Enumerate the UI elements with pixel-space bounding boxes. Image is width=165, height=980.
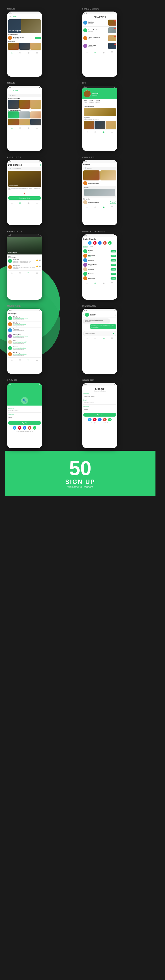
login-signup-btn[interactable]: Sign Up [8, 421, 41, 425]
circles-search[interactable]: 🔍 Search... [83, 167, 116, 170]
profile-icon-pics[interactable]: ◉ [28, 202, 30, 204]
chat-more-icon[interactable]: ⋮ [114, 314, 116, 316]
send-icon[interactable]: ➤ [113, 332, 114, 335]
msg-icon-msg[interactable]: ✉ [28, 359, 30, 361]
settings-icon-f[interactable]: ☰ [111, 51, 113, 54]
nrar-tab-hot[interactable]: Hot [9, 16, 11, 18]
chat-back-btn[interactable]: ‹ [83, 314, 84, 316]
following-avatar-3 [83, 36, 87, 40]
pictures-add-icon[interactable]: ⊕ [40, 164, 41, 166]
msg-icon-brief[interactable]: ✉ [28, 272, 30, 274]
following-nav-bar: ⌂ ⊕ ◉ ☰ [83, 50, 116, 55]
thumbs-up-icon[interactable]: 👍 [36, 259, 38, 261]
nrab-tab-bubble[interactable]: Bubble [13, 90, 18, 92]
signup-twitter-icon[interactable]: t [88, 418, 92, 422]
invite-follow-4[interactable]: Invite [111, 264, 116, 266]
signup-pinterest-icon[interactable]: P [93, 418, 97, 422]
settings-icon-nrab[interactable]: ☰ [36, 127, 38, 129]
pinterest-icon[interactable]: P [93, 241, 97, 245]
profile-icon-my[interactable]: ◉ [103, 131, 105, 133]
thumbs-up-icon-2[interactable]: 👍 [36, 265, 38, 267]
whatsapp-icon[interactable]: w [108, 241, 112, 245]
signup-whatsapp-icon[interactable]: w [108, 418, 112, 422]
search-icon-my[interactable]: ⊕ [94, 131, 96, 133]
home-icon-nrab[interactable]: ⌂ [11, 127, 13, 129]
settings-icon-msg[interactable]: ☰ [36, 359, 38, 361]
reply-icon[interactable]: 💬 [39, 259, 41, 261]
signup-username-label: Username [83, 393, 116, 394]
facebook-icon[interactable]: f [98, 241, 102, 245]
invite-follow-1[interactable]: Invite [111, 250, 116, 253]
signup-facebook-icon[interactable]: f [98, 418, 102, 422]
invite-follow-3[interactable]: Invite [111, 259, 116, 261]
signup-email-input[interactable] [83, 401, 116, 404]
nrar-phone: 9:41 ▪▪▪ Hot type Food or pets recommend… [7, 11, 42, 77]
invite-follow-6[interactable]: Invite [111, 273, 116, 275]
search-icon[interactable]: ⊕ [19, 51, 21, 54]
search-icon-nrab-nav[interactable]: ⊕ [19, 127, 21, 129]
profile-icon[interactable]: ◉ [28, 51, 30, 54]
login-google-icon[interactable]: G [28, 426, 31, 430]
pictures-search[interactable]: 🔍 Type something [8, 167, 41, 170]
search-icon-f[interactable]: ⊕ [94, 51, 96, 54]
pictures-like-btn[interactable]: ♥ [8, 191, 41, 195]
search-icon-msgr[interactable]: ⊕ [94, 337, 96, 340]
signup-password-input[interactable] [83, 408, 116, 411]
login-whatsapp-icon[interactable]: w [33, 426, 36, 430]
settings-icon-brief[interactable]: ☰ [36, 272, 38, 274]
twitter-icon[interactable]: t [88, 241, 92, 245]
profile-icon-nrab[interactable]: ◉ [28, 127, 30, 129]
nrar-tab-type[interactable]: type [13, 16, 16, 18]
settings-icon-invite[interactable]: ☰ [111, 282, 113, 285]
settings-icon-my[interactable]: ☰ [111, 131, 113, 133]
signup-btn[interactable]: Sign up [83, 413, 116, 417]
nrab-tab-hot[interactable]: Hot [9, 90, 11, 92]
nrar-follow-btn[interactable]: follow [35, 37, 41, 39]
home-icon-msgr[interactable]: ⌂ [87, 337, 88, 340]
chat-input[interactable] [85, 333, 112, 334]
circle-card-dog[interactable] [83, 170, 100, 180]
login-password-input[interactable] [8, 416, 41, 419]
home-icon-pics[interactable]: ⌂ [11, 202, 13, 204]
home-icon-invite[interactable]: ⌂ [87, 282, 88, 285]
home-icon-my[interactable]: ⌂ [87, 131, 88, 133]
home-icon-brief[interactable]: ⌂ [11, 272, 13, 274]
nrab-search-bar[interactable]: 🔍 Search... [8, 94, 41, 97]
search-icon-invite[interactable]: ⊕ [94, 282, 96, 285]
signup-phone: 9:41 ▪▪▪ Sign Up Welcome to Dogdom Usern… [82, 383, 117, 448]
search-icon-msg[interactable]: ⊕ [19, 359, 21, 361]
invite-tab-near[interactable]: Near [90, 246, 93, 247]
profile-icon-circles[interactable]: ◉ [103, 206, 105, 208]
reply-icon-2[interactable]: 💬 [39, 265, 41, 267]
settings-icon[interactable]: ☰ [36, 51, 38, 54]
login-pinterest-icon[interactable]: P [18, 426, 21, 430]
home-icon-msg[interactable]: ⌂ [11, 359, 13, 361]
home-icon-circles[interactable]: ⌂ [87, 206, 88, 208]
msg-icon-msgr[interactable]: ✉ [103, 337, 105, 340]
signup-username-input[interactable] [83, 395, 116, 398]
search-icon-pics[interactable]: ⊕ [19, 202, 21, 204]
circle-card-cat[interactable] [100, 170, 117, 180]
settings-icon-pics[interactable]: ☰ [36, 202, 38, 204]
profile-icon-f[interactable]: ◉ [103, 51, 105, 54]
signup-bottom-label: SIGN UP [65, 478, 95, 485]
settings-icon-circles[interactable]: ☰ [111, 206, 113, 208]
pictures-save-btn[interactable]: Save your story [8, 196, 41, 200]
home-icon-f[interactable]: ⌂ [87, 51, 88, 54]
search-icon-circles-nav[interactable]: ⊕ [94, 206, 96, 208]
invite-follow-2[interactable]: Invite [111, 255, 116, 257]
signup-google-icon[interactable]: G [103, 418, 106, 422]
circles-follow-btn[interactable]: follow [110, 201, 116, 204]
google-icon[interactable]: G [103, 241, 106, 245]
profile-icon-invite[interactable]: ◉ [103, 282, 105, 285]
login-username-input[interactable] [8, 409, 41, 412]
invite-tab-buddy[interactable]: Buddy [83, 246, 87, 247]
settings-icon-msgr[interactable]: ☰ [111, 337, 113, 340]
search-icon-brief[interactable]: ⊕ [19, 272, 21, 274]
home-icon[interactable]: ⌂ [11, 51, 13, 54]
nrab-label: NRAB [7, 82, 78, 84]
invite-follow-5[interactable]: Invite [111, 268, 116, 270]
invite-follow-7[interactable]: Invite [111, 277, 116, 280]
login-facebook-icon[interactable]: f [23, 426, 26, 430]
login-twitter-icon[interactable]: t [13, 426, 16, 430]
